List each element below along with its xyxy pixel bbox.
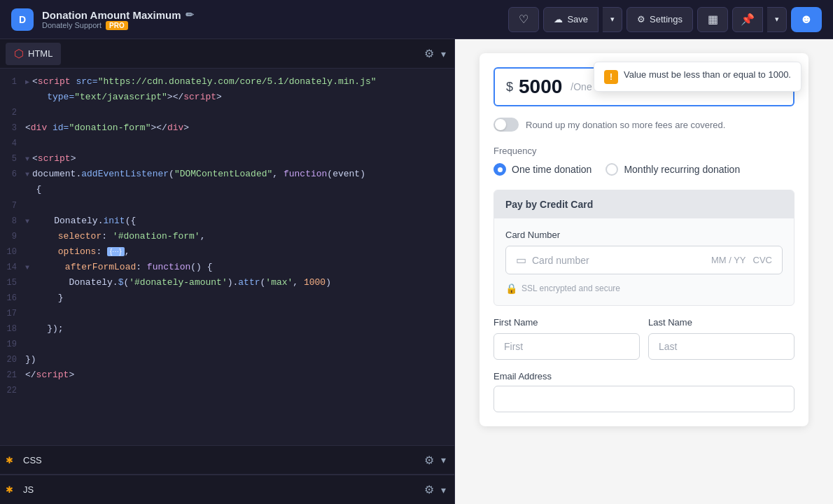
code-line-6: 6 ▼document.addEventListener("DOMContent… bbox=[0, 167, 454, 182]
code-line-8: 8 ▼ Donately.init({ bbox=[0, 214, 454, 229]
roundup-label: Round up my donation so more fees are co… bbox=[526, 120, 725, 130]
card-number-placeholder: Card number bbox=[532, 255, 706, 266]
validation-tooltip: ! Value must be less than or equal to 10… bbox=[594, 62, 802, 92]
editor-collapse-icon[interactable]: ▾ bbox=[438, 46, 449, 62]
pro-badge: PRO bbox=[106, 21, 128, 30]
logo-letter: D bbox=[19, 14, 26, 25]
tab-html[interactable]: ⬡ HTML bbox=[6, 43, 61, 65]
code-line-14: 14 ▼ afterFormLoad: function() { bbox=[0, 260, 454, 275]
title-text: Donation Amount Maximum bbox=[42, 9, 181, 21]
last-name-label: Last Name bbox=[648, 317, 794, 328]
html-tab-label: HTML bbox=[28, 48, 52, 59]
frequency-label: Frequency bbox=[493, 146, 794, 156]
avatar-button[interactable]: ☻ bbox=[791, 7, 822, 32]
code-line-9: 9 selector: '#donation-form', bbox=[0, 229, 454, 244]
js-star-icon: ✱ bbox=[6, 484, 13, 495]
css-collapse-icon[interactable]: ▾ bbox=[438, 451, 449, 468]
heart-icon: ♡ bbox=[519, 13, 528, 26]
pin-button[interactable]: 📌 bbox=[732, 7, 763, 32]
monthly-radio[interactable] bbox=[606, 163, 618, 176]
card-chip-icon: ▭ bbox=[516, 253, 526, 267]
css-tab-bar: ✱ CSS ⚙ ▾ bbox=[0, 445, 454, 475]
card-number-label: Card Number bbox=[505, 230, 783, 240]
code-line-3: 3 <div id="donation-form"></div> bbox=[0, 120, 454, 136]
css-settings-icon[interactable]: ⚙ bbox=[421, 451, 437, 470]
topbar-actions: ♡ ☁ Save ▾ ⚙ Settings ▦ 📌 ▾ ☻ bbox=[508, 7, 822, 32]
code-line-18: 18 }); bbox=[0, 321, 454, 337]
code-line-20: 20 }) bbox=[0, 352, 454, 368]
app-title-group: Donation Amount Maximum ✏ Donately Suppo… bbox=[42, 9, 194, 30]
code-line-19: 19 bbox=[0, 337, 454, 352]
heart-button[interactable]: ♡ bbox=[508, 7, 539, 32]
roundup-toggle[interactable] bbox=[493, 118, 519, 132]
payment-header: Pay by Credit Card bbox=[494, 190, 794, 218]
settings-button[interactable]: ⚙ Settings bbox=[626, 7, 693, 32]
code-line-5: 5 ▼<script> bbox=[0, 151, 454, 167]
main-content: ⬡ HTML ⚙ ▾ 1 ▶<script src="https://cdn.d… bbox=[0, 39, 833, 504]
save-chevron-icon: ▾ bbox=[610, 15, 615, 24]
name-row: First Name Last Name bbox=[493, 317, 794, 360]
ssl-label: SSL encrypted and secure bbox=[522, 284, 620, 293]
grid-button[interactable]: ▦ bbox=[697, 7, 728, 32]
js-collapse-icon[interactable]: ▾ bbox=[438, 482, 449, 498]
frequency-one-time[interactable]: One time donation bbox=[493, 163, 592, 176]
editor-panel: ⬡ HTML ⚙ ▾ 1 ▶<script src="https://cdn.d… bbox=[0, 39, 455, 504]
subtitle-text: Donately Support bbox=[42, 21, 102, 29]
page-subtitle: Donately Support PRO bbox=[42, 21, 194, 30]
code-line-15: 15 Donately.$('#donately-amount').attr('… bbox=[0, 275, 454, 290]
radio-inner bbox=[498, 167, 503, 172]
monthly-label: Monthly recurring donation bbox=[624, 164, 740, 175]
editor-settings-icon[interactable]: ⚙ bbox=[421, 44, 437, 63]
settings-gear-icon: ⚙ bbox=[637, 14, 645, 24]
frequency-options: One time donation Monthly recurring dona… bbox=[493, 163, 794, 176]
amount-section: $ 5000 /One time donation ! Value must b… bbox=[493, 67, 794, 106]
js-settings-icon[interactable]: ⚙ bbox=[421, 480, 437, 499]
card-input-row[interactable]: ▭ Card number MM / YY CVC bbox=[505, 246, 783, 274]
save-dropdown-button[interactable]: ▾ bbox=[603, 7, 622, 32]
tab-js[interactable]: JS bbox=[18, 479, 39, 501]
code-line-22: 22 bbox=[0, 383, 454, 398]
first-name-input[interactable] bbox=[493, 333, 640, 360]
ssl-row: 🔒 SSL encrypted and secure bbox=[505, 277, 783, 294]
card-cvc: CVC bbox=[753, 255, 772, 265]
tooltip-message: Value must be less than or equal to 1000… bbox=[624, 69, 791, 80]
tooltip-box: ! Value must be less than or equal to 10… bbox=[594, 62, 802, 92]
pin-dropdown-button[interactable]: ▾ bbox=[767, 7, 787, 32]
code-line-17: 17 bbox=[0, 306, 454, 321]
html-icon: ⬡ bbox=[14, 47, 24, 60]
collapsed-obj-icon[interactable]: {⋯} bbox=[107, 247, 125, 256]
grid-icon: ▦ bbox=[708, 13, 718, 26]
topbar: D Donation Amount Maximum ✏ Donately Sup… bbox=[0, 0, 833, 39]
tab-css[interactable]: CSS bbox=[18, 449, 48, 471]
toggle-knob bbox=[495, 119, 506, 130]
email-label: Email Address bbox=[493, 371, 794, 382]
one-time-radio[interactable] bbox=[493, 163, 506, 176]
currency-symbol: $ bbox=[506, 80, 513, 94]
edit-icon[interactable]: ✏ bbox=[186, 9, 194, 20]
one-time-label: One time donation bbox=[512, 164, 592, 175]
code-line-7: 7 bbox=[0, 198, 454, 214]
save-label: Save bbox=[567, 14, 588, 24]
last-name-input[interactable] bbox=[648, 333, 794, 360]
code-editor: 1 ▶<script src="https://cdn.donately.com… bbox=[0, 69, 454, 445]
card-expiry-cvc: MM / YY CVC bbox=[711, 255, 772, 265]
frequency-monthly[interactable]: Monthly recurring donation bbox=[606, 163, 740, 176]
email-input[interactable] bbox=[493, 386, 794, 412]
html-tab-bar: ⬡ HTML ⚙ ▾ bbox=[0, 39, 454, 69]
save-button[interactable]: ☁ Save bbox=[543, 7, 598, 32]
css-tab-label: CSS bbox=[23, 455, 42, 465]
payment-body: Card Number ▭ Card number MM / YY CVC 🔒 … bbox=[494, 218, 794, 305]
code-line-16: 16 } bbox=[0, 290, 454, 306]
email-section: Email Address bbox=[493, 371, 794, 412]
preview-panel: $ 5000 /One time donation ! Value must b… bbox=[455, 39, 833, 504]
pin-chevron-icon: ▾ bbox=[775, 15, 779, 24]
lock-icon: 🔒 bbox=[505, 283, 517, 294]
code-line-1b: type="text/javascript"></script> bbox=[0, 90, 454, 105]
amount-value: 5000 bbox=[519, 76, 562, 98]
page-title: Donation Amount Maximum ✏ bbox=[42, 9, 194, 21]
card-expiry: MM / YY bbox=[711, 255, 746, 265]
css-star-icon: ✱ bbox=[6, 455, 13, 465]
settings-label: Settings bbox=[650, 14, 682, 24]
code-line-21: 21 </script> bbox=[0, 368, 454, 383]
avatar-icon: ☻ bbox=[800, 12, 813, 27]
